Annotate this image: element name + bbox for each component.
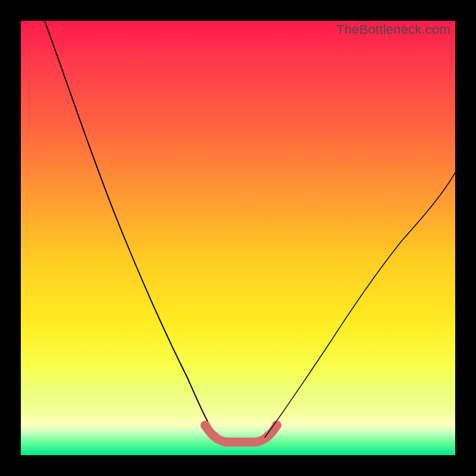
curve-right-branch [265,173,455,437]
optimal-zone-start-dot [201,421,210,430]
optimal-zone-dot [210,431,218,440]
curve-left-branch [45,21,217,437]
chart-container: TheBottleneck.com [0,0,476,476]
plot-area: TheBottleneck.com [21,21,455,455]
bottleneck-curve-svg [21,21,455,455]
